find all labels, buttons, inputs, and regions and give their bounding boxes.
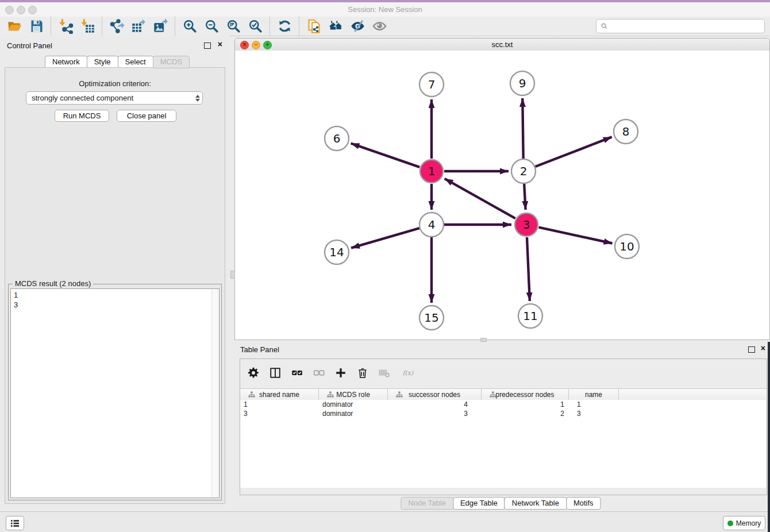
hierarchy-icon [323,391,330,398]
splitter-handle-left[interactable] [230,271,235,279]
edge-3-10[interactable] [539,228,613,244]
node-2[interactable]: 2 [511,159,536,183]
copy-style-icon[interactable] [303,18,325,35]
table-panel-float-icon[interactable] [748,346,755,353]
result-scrollbar[interactable] [211,289,219,498]
table-row[interactable]: 3dominator323 [240,409,766,418]
search-field[interactable] [596,19,765,33]
optimization-criterion-dropdown[interactable]: strongly connected component [26,91,203,105]
tab-select[interactable]: Select [118,56,153,68]
table-cell[interactable]: dominator [319,410,388,418]
svg-text:11: 11 [523,309,537,323]
optimization-criterion-label: Optimization criterion: [5,79,225,88]
hierarchy-icon [244,391,251,398]
add-row-icon[interactable] [330,363,352,383]
desktop-edge-right [768,342,770,532]
network-title: scc.txt [235,40,769,49]
node-11[interactable]: 11 [518,304,542,328]
node-6[interactable]: 6 [325,126,349,151]
table-cell[interactable]: 1 [569,400,619,408]
node-9[interactable]: 9 [510,71,534,95]
hierarchy-icon [392,391,399,398]
gear-icon[interactable] [242,363,264,383]
tab-style[interactable]: Style [87,56,118,68]
tab-node-table[interactable]: Node Table [401,497,453,510]
deselect-all-icon[interactable] [308,363,330,383]
zoom-in-icon[interactable] [179,18,201,35]
tab-edge-table[interactable]: Edge Table [453,497,505,510]
table-row[interactable]: 1dominator411 [240,400,766,409]
toolbar-group [175,17,270,36]
export-image-icon[interactable] [149,18,171,35]
export-table-icon[interactable] [128,18,149,35]
table-cell[interactable]: 4 [388,400,482,408]
splitter-handle-bottom[interactable] [480,338,487,342]
save-icon[interactable] [25,18,47,35]
import-network-icon[interactable] [55,18,76,35]
search-input[interactable] [611,21,764,32]
select-all-icon[interactable] [286,363,308,383]
table-cell[interactable]: 3 [240,410,319,418]
column-header-predecessor-nodes[interactable]: predecessor nodes [482,389,569,400]
tab-motifs[interactable]: Motifs [566,497,601,510]
table-cell[interactable]: 1 [482,400,569,408]
tab-mcds[interactable]: MCDS [153,56,190,68]
column-header-shared-name[interactable]: shared name [240,389,319,400]
mcds-result-textarea[interactable]: 1 3 [10,288,220,498]
dropdown-value: strongly connected component [26,94,192,102]
table-cell[interactable]: 2 [482,410,569,418]
zoom-fit-icon[interactable] [222,18,244,35]
hide-eye-icon[interactable] [346,18,368,35]
edge-3-11[interactable] [527,237,530,301]
node-3[interactable]: 3 [515,213,538,236]
table-cell[interactable]: dominator [319,400,388,408]
home-pair-icon[interactable] [325,18,346,35]
network-graph[interactable]: 7968124314101511 [235,51,769,340]
open-folder-icon[interactable] [3,18,25,35]
close-panel-button[interactable]: Close panel [117,110,176,122]
node-4[interactable]: 4 [419,213,444,237]
node-15[interactable]: 15 [419,306,444,330]
zoom-out-icon[interactable] [201,18,222,35]
tab-network-table[interactable]: Network Table [505,497,567,510]
import-table-icon[interactable] [76,18,98,35]
status-bar: Memory [0,511,770,532]
edge-2-3[interactable] [524,184,525,210]
table-header-row: shared nameMCDS rolesuccessor nodesprede… [240,388,767,400]
edge-1-6[interactable] [351,144,420,167]
task-history-button[interactable] [6,516,24,530]
column-header-MCDS-role[interactable]: MCDS role [319,389,388,400]
node-7[interactable]: 7 [419,72,444,97]
refresh-icon[interactable] [274,18,295,35]
network-canvas[interactable]: 7968124314101511 [235,51,769,340]
export-network-icon[interactable] [106,18,128,35]
node-14[interactable]: 14 [325,240,349,264]
table-cell[interactable]: 3 [388,410,482,418]
split-panes-icon[interactable] [264,363,286,383]
svg-text:2: 2 [520,164,528,178]
table-cell[interactable]: 1 [240,400,319,408]
memory-button[interactable]: Memory [723,516,765,530]
edge-3-1[interactable] [445,179,515,218]
column-header-name[interactable]: name [569,389,619,400]
edge-2-9[interactable] [522,98,523,159]
edge-4-14[interactable] [351,228,419,248]
network-window-titlebar[interactable]: × − + scc.txt [235,38,769,51]
control-panel-float-icon[interactable] [204,43,211,49]
node-8[interactable]: 8 [614,119,638,144]
delete-row-icon[interactable] [352,363,374,383]
main-titlebar[interactable]: Session: New Session [0,2,770,17]
node-1[interactable]: 1 [420,160,443,183]
column-header-successor-nodes[interactable]: successor nodes [388,389,482,400]
show-eye-icon[interactable] [368,18,390,35]
edge-2-8[interactable] [536,137,612,167]
main-toolbar [0,17,770,36]
run-mcds-button[interactable]: Run MCDS [55,110,109,122]
zoom-selected-icon[interactable] [244,18,266,35]
control-panel-close-icon[interactable]: × [218,40,222,49]
hierarchy-icon [486,391,492,398]
table-panel-close-icon[interactable]: × [761,344,765,353]
node-10[interactable]: 10 [615,234,639,259]
table-cell[interactable]: 3 [569,410,619,418]
tab-network[interactable]: Network [45,56,87,68]
